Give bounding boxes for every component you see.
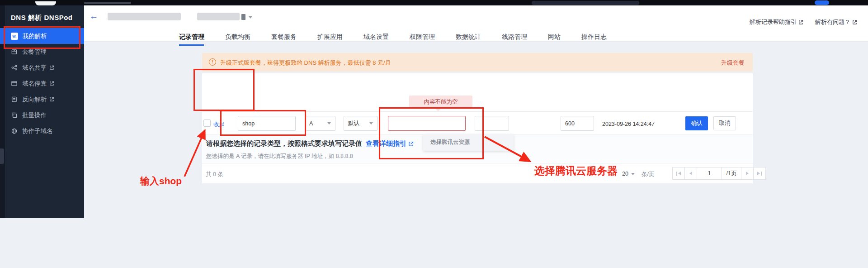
upgrade-banner: ! 升级正式版套餐，获得更极致的 DNS 解析服务，最低仅需 8 元/月 升级套… [202,53,753,72]
sidebar-item-batch-operations[interactable]: 批量操作 [0,107,84,123]
pagination-bar: 共 0 条 20 条/页 1 /1页 [202,163,753,183]
chevron-down-icon [369,122,373,124]
cancel-button[interactable]: 取消 [713,116,736,130]
top-nav-search[interactable] [532,1,639,5]
external-link-icon [49,97,54,102]
weight-input[interactable] [475,116,509,131]
page-size-select[interactable]: 20 [622,171,635,177]
last-page-icon [757,172,760,175]
validation-tooltip: 内容不能为空 [409,96,472,109]
external-link-icon [852,20,857,25]
domain-name-fragment [241,14,245,20]
sidebar-title: DNS 解析 DNSPod [11,14,73,22]
prev-page-button[interactable] [684,167,697,180]
sidebar-item-label: 套餐管理 [22,48,47,56]
info-warning-icon: ! [209,58,216,66]
tab-plan-services[interactable]: 套餐服务 [261,29,307,47]
select-tencent-resource-option[interactable]: 选择腾讯云资源 [423,134,514,151]
tencent-cloud-logo [35,1,56,5]
my-dns-icon: w. [11,33,18,40]
sidebar-item-reverse-dns[interactable]: 反向解析 [0,91,84,107]
package-icon [11,48,18,55]
help-description: 您选择的是 A 记录，请在此填写服务器 IP 地址，如 8.8.8.8 [206,153,353,160]
help-link-label: 解析记录帮助指引 [750,18,797,26]
dns-record-help-link[interactable]: 解析记录帮助指引 [750,18,803,26]
sidebar-collapse-handle[interactable] [0,148,4,164]
confirm-button[interactable]: 确认 [685,116,708,130]
tab-line-management[interactable]: 线路管理 [491,29,538,47]
pager-controls: 1 /1页 [673,167,766,180]
sidebar-item-label: 批量操作 [22,111,47,120]
next-page-icon [746,172,749,175]
collapse-link[interactable]: 收起 [213,121,225,129]
domain-switch-caret-icon[interactable] [249,16,252,19]
first-page-icon [678,172,681,175]
chevron-down-icon [631,173,635,175]
external-link-icon [49,81,54,86]
domain-name-masked-2[interactable] [197,13,240,20]
dnspod-console-page: DNS 解析 DNSPod w. 我的解析 套餐管理 域名共享 域名停靠 [0,0,868,268]
copy-stack-icon [11,112,18,119]
sidebar-item-label: 反向解析 [22,96,47,104]
sidebar-item-plan-management[interactable]: 套餐管理 [0,44,84,60]
tab-domain-settings[interactable]: 域名设置 [353,29,399,47]
document-icon [11,96,18,103]
page-count-label: /1页 [722,167,741,180]
help-title: 请根据您选择的记录类型，按照格式要求填写记录值 [206,139,362,148]
top-nav-bar [0,0,868,5]
upgrade-plan-link[interactable]: 升级套餐 [721,59,745,67]
top-nav-text-masked [84,2,131,4]
tab-website[interactable]: 网站 [538,29,571,47]
record-edit-row: 收起 A 默认 2023-09-26 14:24:47 确认 取消 [202,112,753,135]
row-checkbox[interactable] [203,120,211,127]
last-updated-time: 2023-09-26 14:24:47 [602,121,655,127]
domain-name-masked[interactable] [108,13,181,20]
tab-data-statistics[interactable]: 数据统计 [445,29,491,47]
first-page-button[interactable] [672,167,685,180]
last-page-button[interactable] [753,167,766,180]
help-link-label: 解析有问题？ [815,18,850,26]
sidebar-menu: w. 我的解析 套餐管理 域名共享 域名停靠 反向解析 [0,28,84,139]
sidebar-item-collaborative-subdomains[interactable]: 协作子域名 [0,123,84,139]
sidebar-item-label: 域名共享 [22,64,47,72]
banner-message: 升级正式版套餐，获得更极致的 DNS 解析服务，最低仅需 8 元/月 [220,59,391,67]
next-page-button[interactable] [741,167,754,180]
page-size-unit: 条/页 [642,171,654,178]
sidebar-item-domain-sharing[interactable]: 域名共享 [0,60,84,76]
tab-record-management[interactable]: 记录管理 [179,29,215,47]
table-header [202,97,753,112]
chevron-down-icon [327,122,331,124]
record-type-value: A [309,120,313,127]
tab-extended-apps[interactable]: 扩展应用 [307,29,353,47]
prev-page-icon [689,172,692,175]
line-type-value: 默认 [348,120,359,127]
external-link-icon [49,65,54,70]
record-value-input[interactable] [388,116,466,131]
browser-window-icon [11,80,18,87]
tab-load-balancing[interactable]: 负载均衡 [215,29,261,47]
help-title-line: 请根据您选择的记录类型，按照格式要求填写记录值 查看详细指引 [206,139,414,148]
page-number-input[interactable]: 1 [697,167,722,180]
host-record-input[interactable] [238,116,296,131]
external-link-icon [798,20,803,25]
view-detailed-guide-link[interactable]: 查看详细指引 [366,139,414,148]
domain-header: ← 记录管理 负载均衡 套餐服务 扩展应用 域名设置 权限管理 数据统计 线路管… [84,5,868,42]
annotation-note-input-shop: 输入shop [140,175,182,187]
external-link-icon [408,141,414,147]
top-nav-account-button[interactable] [815,0,829,5]
back-arrow-icon[interactable]: ← [90,12,98,20]
tab-operation-log[interactable]: 操作日志 [571,29,617,47]
ttl-input[interactable] [561,116,594,131]
tab-permission-management[interactable]: 权限管理 [399,29,445,47]
tab-bar: 记录管理 负载均衡 套餐服务 扩展应用 域名设置 权限管理 数据统计 线路管理 … [179,29,617,47]
header-help-links: 解析记录帮助指引 解析有问题？ [750,18,857,26]
page-size-value: 20 [622,171,628,177]
line-type-select[interactable]: 默认 [344,116,377,131]
globe-icon [11,128,18,134]
sidebar-item-my-dns[interactable]: w. 我的解析 [0,28,84,44]
annotation-note-select-server: 选择腾讯云服务器 [534,164,618,178]
dns-problem-link[interactable]: 解析有问题？ [815,18,857,26]
record-type-select[interactable]: A [305,116,335,131]
sidebar-item-domain-parking[interactable]: 域名停靠 [0,76,84,91]
sidebar-item-label: 协作子域名 [22,127,53,135]
